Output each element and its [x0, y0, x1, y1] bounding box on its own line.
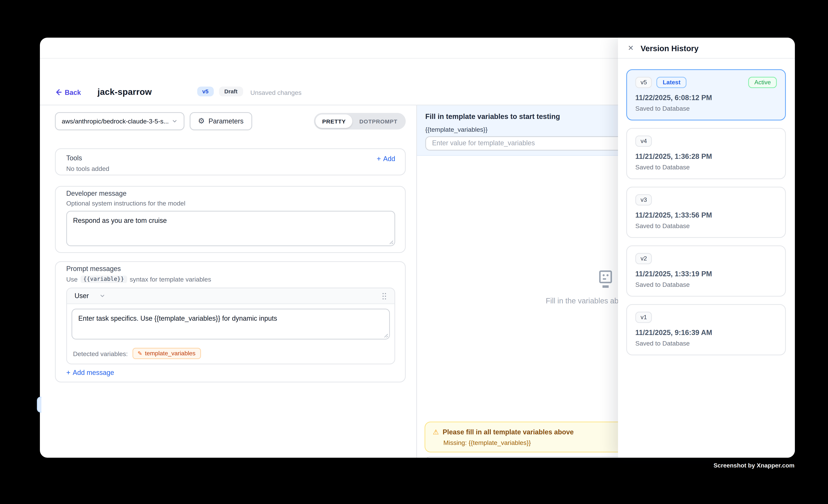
model-toolbar: aws/anthropic/bedrock-claude-3-5-s... ⚙ …: [55, 112, 406, 130]
chevron-down-icon: [99, 293, 106, 299]
version-saved-status: Saved to Database: [635, 339, 777, 347]
message-header: User: [67, 288, 395, 304]
chevron-down-icon: [172, 118, 178, 124]
detected-variable-name: template_variables: [145, 350, 196, 356]
version-card[interactable]: v2 11/21/2025, 1:33:19 PM Saved to Datab…: [626, 245, 786, 297]
prompt-messages-subtitle: Use {{variable}} syntax for template var…: [66, 275, 395, 283]
version-timestamp: 11/21/2025, 9:16:39 AM: [635, 328, 777, 336]
version-number-badge: v3: [635, 194, 652, 206]
version-number-badge: v1: [635, 312, 652, 323]
drag-handle-icon[interactable]: [382, 292, 387, 300]
version-card[interactable]: v3 11/21/2025, 1:33:56 PM Saved to Datab…: [626, 187, 786, 238]
prompt-editor-column: aws/anthropic/bedrock-claude-3-5-s... ⚙ …: [40, 105, 417, 457]
arrow-left-icon: [55, 89, 62, 96]
version-history-title: Version History: [640, 43, 699, 52]
version-badge: v5: [197, 87, 214, 96]
add-tool-label: Add: [383, 155, 395, 162]
toggle-dotprompt[interactable]: DOTPROMPT: [353, 115, 404, 128]
developer-message-section: Developer message Optional system instru…: [55, 186, 406, 253]
parameters-label: Parameters: [208, 118, 244, 125]
page-title: jack-sparrow: [97, 87, 152, 96]
detected-variable-chip[interactable]: ✎ template_variables: [132, 348, 201, 359]
version-timestamp: 11/22/2025, 6:08:12 PM: [635, 93, 777, 101]
screenshot-stage: Back jack-sparrow v5 Draft Unsaved chang…: [0, 0, 828, 504]
version-saved-status: Saved to Database: [635, 222, 777, 229]
active-badge: Active: [748, 77, 777, 88]
add-message-button[interactable]: + Add message: [66, 369, 395, 376]
back-label: Back: [65, 88, 81, 96]
close-icon[interactable]: ✕: [628, 44, 634, 51]
toggle-pretty[interactable]: PRETTY: [316, 115, 353, 128]
version-history-list: v5 Latest Active 11/22/2025, 6:08:12 PM …: [618, 59, 794, 355]
detected-variables-row: Detected variables: ✎ template_variables: [67, 344, 395, 364]
add-message-label: Add message: [73, 369, 114, 376]
format-toggle: PRETTY DOTPROMPT: [314, 113, 406, 129]
detected-variables-label: Detected variables:: [73, 350, 128, 357]
version-card[interactable]: v5 Latest Active 11/22/2025, 6:08:12 PM …: [626, 69, 786, 120]
variable-syntax-chip: {{variable}}: [80, 275, 127, 283]
subtitle-suffix: syntax for template variables: [130, 275, 211, 283]
message-content-input[interactable]: Enter task specifics. Use {{template_var…: [72, 309, 390, 339]
latest-badge: Latest: [657, 77, 687, 88]
version-number-badge: v2: [635, 253, 652, 264]
model-selector-value: aws/anthropic/bedrock-claude-3-5-s...: [62, 118, 172, 125]
developer-message-input[interactable]: Respond as you are tom cruise: [66, 210, 395, 246]
tools-section: Tools + Add No tools added: [55, 148, 406, 175]
left-edge-drawer-tab[interactable]: [37, 397, 41, 413]
model-selector[interactable]: aws/anthropic/bedrock-claude-3-5-s...: [55, 112, 184, 130]
resize-handle-icon[interactable]: [383, 333, 388, 338]
version-timestamp: 11/21/2025, 1:33:19 PM: [635, 269, 777, 278]
plus-icon: +: [66, 369, 70, 376]
version-card[interactable]: v4 11/21/2025, 1:36:28 PM Saved to Datab…: [626, 128, 786, 179]
gear-icon: ⚙: [198, 118, 205, 125]
plus-icon: +: [377, 155, 381, 162]
version-number-badge: v4: [635, 135, 652, 147]
developer-message-subtitle: Optional system instructions for the mod…: [66, 200, 395, 207]
version-timestamp: 11/21/2025, 1:33:56 PM: [635, 211, 777, 219]
version-timestamp: 11/21/2025, 1:36:28 PM: [635, 152, 777, 160]
no-tools-text: No tools added: [66, 166, 395, 172]
subtitle-prefix: Use: [66, 275, 78, 283]
robot-face-icon: [595, 268, 616, 289]
unsaved-changes-text: Unsaved changes: [250, 88, 301, 96]
developer-message-title: Developer message: [66, 190, 395, 198]
prompt-messages-title: Prompt messages: [66, 265, 395, 273]
add-tool-button[interactable]: + Add: [377, 155, 395, 162]
message-role-value: User: [75, 292, 89, 300]
tools-title: Tools: [66, 154, 82, 163]
message-block: User: [66, 288, 395, 364]
version-card[interactable]: v1 11/21/2025, 9:16:39 AM Saved to Datab…: [626, 304, 786, 355]
version-saved-status: Saved to Database: [635, 104, 777, 112]
version-history-header: ✕ Version History: [618, 38, 794, 59]
warning-title: Please fill in all template variables ab…: [443, 428, 574, 436]
warning-icon: ⚠: [433, 429, 439, 435]
version-number-badge: v5: [635, 77, 652, 88]
message-body: Enter task specifics. Use {{template_var…: [67, 304, 395, 344]
version-saved-status: Saved to Database: [635, 163, 777, 171]
draft-status-badge: Draft: [219, 87, 243, 96]
resize-handle-icon[interactable]: [388, 239, 394, 244]
message-role-selector[interactable]: User: [75, 292, 106, 300]
pen-icon: ✎: [137, 351, 142, 356]
parameters-button[interactable]: ⚙ Parameters: [190, 112, 252, 130]
version-saved-status: Saved to Database: [635, 281, 777, 288]
watermark-text: Screenshot by Xnapper.com: [714, 462, 794, 469]
back-button[interactable]: Back: [55, 88, 81, 96]
version-history-panel: ✕ Version History v5 Latest Active 11/22…: [618, 38, 794, 457]
prompt-messages-section: Prompt messages Use {{variable}} syntax …: [55, 261, 406, 382]
